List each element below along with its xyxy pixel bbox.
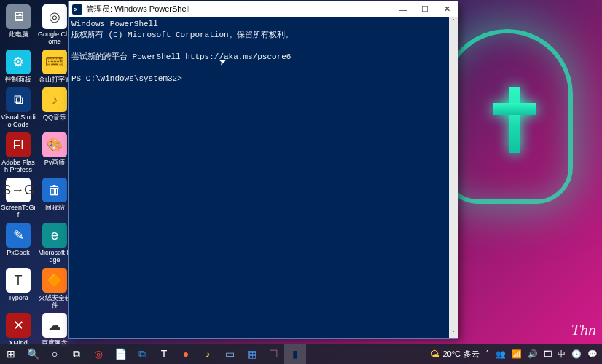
vscode-icon: ⧉ [138,348,146,360]
weather-temp: 20°C [442,349,461,358]
pv-icon: 🎨 [42,132,67,157]
desktop-icon-label: Visual Studio Code [1,114,36,128]
wallpaper-headset [442,29,573,204]
window-titlebar[interactable]: >_ 管理员: Windows PowerShell — ☐ ✕ [69,1,458,17]
tray-clock[interactable]: 🕓 [570,349,583,359]
adobe-flash-icon: Fl [6,132,31,157]
app1-icon: ▭ [225,348,235,360]
this-pc-icon: 🖥 [6,4,31,29]
tray-network[interactable]: 📶 [510,349,523,359]
desktop-icon-label: 控制面板 [1,76,36,83]
wallpaper-signature: Thn [571,320,596,339]
desktop-icon-adobe-flash[interactable]: FlAdobe Flash Professi… [1,132,36,173]
taskview-button[interactable]: ⧉ [66,344,87,364]
tray-chevron[interactable]: ˄ [484,349,491,359]
chrome-icon: ◎ [94,348,103,360]
taskbar-app-file[interactable]: 📄 [109,344,131,364]
cortana-button[interactable]: ○ [44,344,66,364]
pxcook-icon: ✎ [6,223,31,248]
taskbar-app-chrome[interactable]: ◎ [87,344,109,364]
wallpaper-cross [493,87,536,153]
desktop-icon-label: Pv画师 [37,159,72,166]
desktop-icon-pxcook[interactable]: ✎PxCook [1,223,36,264]
typora-icon: T [161,348,168,360]
tray-battery[interactable]: 🗔 [542,349,553,358]
desktop-icon-label: Typora [1,294,36,301]
maximize-button[interactable]: ☐ [414,1,436,17]
desktop-icon-grid: 🖥此电脑◎Google Chrome⚙控制面板⌨金山打字通⧉Visual Stu… [0,0,73,349]
desktop-icon-screentogif[interactable]: S→GScreenToGif [1,178,36,218]
close-button[interactable]: ✕ [436,1,458,17]
desktop-icon-label: 回收站 [37,204,72,211]
screentogif-icon: S→G [6,178,31,202]
huorong-icon: 🔶 [42,268,67,293]
kingsoft-type-icon: ⌨ [42,50,67,74]
desktop-icon-label: QQ音乐 [37,114,72,121]
desktop-icon-qqmusic[interactable]: ♪QQ音乐 [37,87,72,128]
minimize-button[interactable]: — [392,1,414,17]
xmind-icon: ✕ [6,313,31,338]
taskbar-app-typora[interactable]: T [153,344,175,364]
tray-action[interactable]: 💬 [586,349,599,359]
postman-icon: ● [183,348,189,360]
desktop-icon-label: 火绒安全软件 [37,294,72,309]
desktop-icon-typora[interactable]: TTypora [1,268,36,309]
taskbar-app-app2[interactable]: ▦ [241,344,262,364]
tray-ime[interactable]: 中 [556,349,567,360]
taskbar: ⊞ 🔍 ○ ⧉ ◎📄⧉T●♪▭▦☐▮ 🌤 20°C 多云 ˄👥📶🔊🗔中🕓💬 [0,344,602,364]
taskbar-app-qqmusic[interactable]: ♪ [197,344,219,364]
desktop-icon-chrome[interactable]: ◎Google Chrome [37,4,72,45]
desktop-icon-recycle-bin[interactable]: 🗑回收站 [37,178,72,218]
window-title: 管理员: Windows PowerShell [86,4,392,15]
taskbar-app-postman[interactable]: ● [175,344,197,364]
start-button[interactable]: ⊞ [0,344,22,364]
desktop-icon-pv[interactable]: 🎨Pv画师 [37,132,72,173]
cortana-icon: ○ [52,348,58,360]
taskbar-app-vscode[interactable]: ⧉ [131,344,153,364]
taskview-icon: ⧉ [73,348,80,360]
desktop-icon-label: Google Chrome [37,31,72,45]
chrome-icon: ◎ [42,4,67,29]
desktop-icon-kingsoft-type[interactable]: ⌨金山打字通 [37,50,72,83]
desktop-icon-xmind[interactable]: ✕XMind [1,313,36,347]
desktop-icon-this-pc[interactable]: 🖥此电脑 [1,4,36,45]
desktop-icon-baidu-netdisk[interactable]: ☁百度网盘 [37,313,72,347]
file-icon: 📄 [114,348,127,360]
desktop-icon-huorong[interactable]: 🔶火绒安全软件 [37,268,72,309]
desktop-icon-label: ScreenToGif [1,204,36,218]
search-icon: 🔍 [27,348,39,360]
desktop-icon-vscode[interactable]: ⧉Visual Studio Code [1,87,36,128]
powershell-icon: >_ [72,4,82,15]
desktop-icon-ms-edge[interactable]: eMicrosoft Edge [37,223,72,264]
qqmusic-icon: ♪ [42,87,67,112]
powershell-window[interactable]: >_ 管理员: Windows PowerShell — ☐ ✕ Windows… [69,1,458,338]
scroll-down-button[interactable]: ˅ [449,329,458,338]
app3-icon: ☐ [269,348,278,360]
scroll-up-button[interactable]: ˄ [449,17,458,26]
tray-volume[interactable]: 🔊 [526,349,539,359]
qqmusic-icon: ♪ [206,348,211,360]
scrollbar[interactable]: ˄ ˅ [449,17,458,338]
baidu-netdisk-icon: ☁ [42,313,67,338]
desktop: Thn 🖥此电脑◎Google Chrome⚙控制面板⌨金山打字通⧉Visual… [0,0,602,364]
recycle-bin-icon: 🗑 [42,178,67,202]
taskbar-app-app3[interactable]: ☐ [262,344,284,364]
desktop-icon-label: Microsoft Edge [37,249,72,264]
app2-icon: ▦ [247,348,257,360]
desktop-icon-label: PxCook [1,249,36,256]
weather-widget[interactable]: 🌤 20°C 多云 [426,349,484,360]
tray-people[interactable]: 👥 [494,349,507,359]
desktop-icon-control-panel[interactable]: ⚙控制面板 [1,50,36,83]
taskbar-app-powershell[interactable]: ▮ [284,344,306,364]
search-button[interactable]: 🔍 [22,344,44,364]
taskbar-app-app1[interactable]: ▭ [219,344,241,364]
vscode-icon: ⧉ [6,87,31,112]
terminal-body[interactable]: Windows PowerShell 版权所有 (C) Microsoft Co… [69,17,458,338]
weather-desc: 多云 [464,349,480,360]
desktop-icon-label: Adobe Flash Professi… [1,159,36,173]
desktop-icon-label: 此电脑 [1,31,36,38]
desktop-icon-label: 金山打字通 [37,76,72,83]
weather-icon: 🌤 [430,349,439,360]
powershell-icon: ▮ [292,348,298,360]
taskbar-pinned-area: ◎📄⧉T●♪▭▦☐▮ [87,344,306,364]
